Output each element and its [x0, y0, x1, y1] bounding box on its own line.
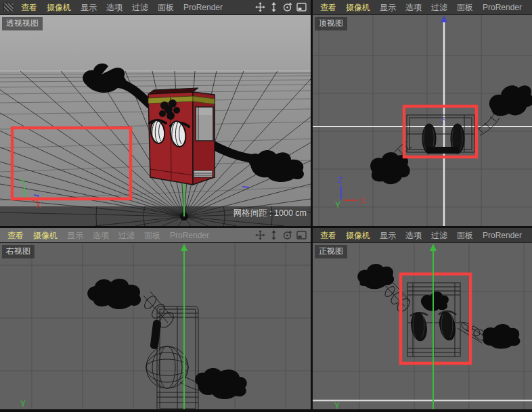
menu-options[interactable]: 选项 [88, 228, 114, 243]
top-canvas[interactable]: Z X Y [313, 15, 532, 226]
viewport-top: 查看 摄像机 显示 选项 过滤 面板 ProRender [313, 0, 532, 226]
viewport-perspective: 查看 摄像机 显示 选项 过滤 面板 ProRender [0, 0, 311, 226]
top-menubar: 查看 摄像机 显示 选项 过滤 面板 ProRender [313, 0, 532, 15]
scale-view-icon[interactable] [269, 230, 278, 240]
front-canvas[interactable]: Y [313, 243, 532, 409]
svg-text:Y: Y [20, 178, 26, 186]
menu-view[interactable]: 查看 [315, 0, 341, 15]
menu-camera[interactable]: 摄像机 [341, 228, 375, 243]
c4d-four-view-window: 查看 摄像机 显示 选项 过滤 面板 ProRender [0, 0, 532, 412]
menu-camera[interactable]: 摄像机 [28, 228, 62, 243]
menu-display[interactable]: 显示 [375, 228, 401, 243]
svg-text:Z: Z [338, 176, 342, 185]
right-menubar: 查看 摄像机 显示 选项 过滤 面板 ProRender [0, 228, 311, 243]
menu-panel[interactable]: 面板 [139, 228, 165, 243]
perspective-canvas[interactable]: Y X [0, 15, 311, 226]
viewport-nav-icons [255, 2, 308, 12]
svg-text:Y: Y [334, 401, 340, 409]
scale-view-icon[interactable] [269, 2, 278, 12]
viewport-nav-icons [255, 230, 308, 240]
rotate-view-icon[interactable] [282, 2, 292, 12]
perspective-menubar: 查看 摄像机 显示 选项 过滤 面板 ProRender [0, 0, 311, 15]
menu-prorender[interactable]: ProRender [478, 0, 527, 15]
pan-view-icon[interactable] [255, 2, 265, 12]
viewport-label-top: 顶视图 [315, 17, 347, 30]
panel-grip-icon[interactable] [3, 3, 14, 12]
menu-prorender[interactable]: ProRender [165, 228, 214, 243]
pan-view-icon[interactable] [255, 230, 265, 240]
menu-options[interactable]: 选项 [102, 0, 127, 15]
menu-display[interactable]: 显示 [375, 0, 401, 15]
menu-panel[interactable]: 面板 [452, 228, 478, 243]
viewport-label-front: 正视图 [315, 245, 347, 258]
menu-options[interactable]: 选项 [401, 0, 426, 15]
menu-view[interactable]: 查看 [3, 228, 28, 243]
menu-filter[interactable]: 过滤 [114, 228, 139, 243]
right-canvas[interactable]: Y [0, 243, 311, 409]
grid-spacing-status: 网格间距 : 1000 cm [234, 208, 307, 219]
viewport-label-right: 右视图 [2, 245, 35, 258]
menu-view[interactable]: 查看 [315, 228, 341, 243]
viewport-label-perspective: 透视视图 [2, 17, 43, 30]
svg-text:X: X [36, 201, 41, 209]
menu-panel[interactable]: 面板 [452, 0, 478, 15]
front-menubar: 查看 摄像机 显示 选项 过滤 面板 ProRender [313, 228, 532, 243]
svg-text:Y: Y [335, 200, 340, 210]
menu-view[interactable]: 查看 [16, 0, 42, 15]
rotate-view-icon[interactable] [282, 230, 292, 240]
toggle-viewport-layout-icon[interactable] [296, 2, 307, 12]
viewport-right: 查看 摄像机 显示 选项 过滤 面板 ProRender [0, 228, 311, 409]
menu-camera[interactable]: 摄像机 [42, 0, 76, 15]
menu-prorender[interactable]: ProRender [478, 228, 527, 243]
svg-text:X: X [360, 196, 365, 206]
toggle-viewport-layout-icon[interactable] [296, 230, 307, 240]
menu-panel[interactable]: 面板 [153, 0, 179, 15]
menu-camera[interactable]: 摄像机 [341, 0, 375, 15]
menu-filter[interactable]: 过滤 [426, 228, 452, 243]
menu-filter[interactable]: 过滤 [127, 0, 153, 15]
menu-filter[interactable]: 过滤 [426, 0, 452, 15]
menu-display[interactable]: 显示 [76, 0, 102, 15]
menu-prorender[interactable]: ProRender [179, 0, 227, 15]
menu-options[interactable]: 选项 [401, 228, 426, 243]
menu-display[interactable]: 显示 [62, 228, 88, 243]
svg-text:Y: Y [20, 399, 26, 409]
viewport-front: 查看 摄像机 显示 选项 过滤 面板 ProRender [313, 228, 532, 409]
